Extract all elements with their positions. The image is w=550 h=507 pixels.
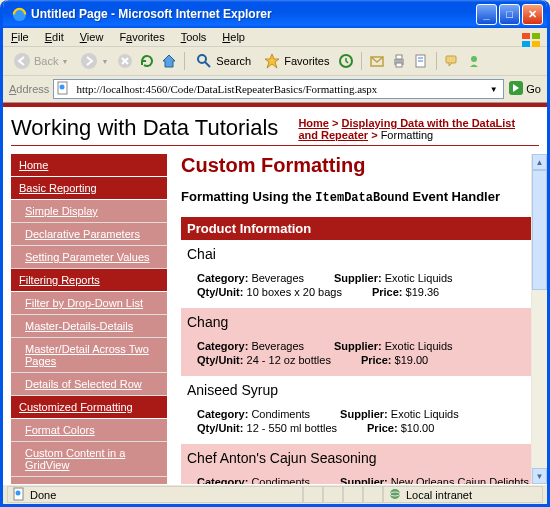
sidebar-link[interactable]: Basic Reporting	[19, 182, 97, 194]
ie-icon	[11, 6, 27, 22]
scroll-up-button[interactable]: ▲	[532, 154, 547, 170]
messenger-icon[interactable]	[465, 52, 483, 70]
qty-value: 24 - 12 oz bottles	[247, 354, 331, 366]
svg-rect-18	[446, 56, 456, 63]
sidebar-item[interactable]: Format Colors	[11, 419, 167, 442]
close-button[interactable]: ✕	[522, 4, 543, 25]
sidebar-item[interactable]: Custom Content in a GridView	[11, 442, 167, 477]
svg-rect-4	[532, 41, 540, 47]
sidebar-link[interactable]: Master/Detail Across Two Pages	[25, 343, 149, 367]
titlebar: Untitled Page - Microsoft Internet Explo…	[3, 0, 547, 28]
maximize-button[interactable]: □	[499, 4, 520, 25]
go-icon	[508, 80, 524, 98]
star-icon	[263, 52, 281, 70]
sidebar-item[interactable]: Declarative Parameters	[11, 223, 167, 246]
sidebar-item[interactable]: Home	[11, 154, 167, 177]
scroll-thumb[interactable]	[532, 170, 547, 290]
supplier-value: New Orleans Cajun Delights	[391, 476, 529, 484]
svg-rect-14	[396, 63, 402, 67]
scroll-down-button[interactable]: ▼	[532, 468, 547, 484]
sidebar-link[interactable]: Filter by Drop-Down List	[25, 297, 143, 309]
url-input[interactable]	[74, 82, 482, 96]
chevron-down-icon: ▼	[101, 58, 108, 65]
sidebar-link[interactable]: Custom Content in a GridView	[25, 447, 125, 471]
qty-label: Qty/Unit:	[197, 422, 243, 434]
vertical-scrollbar[interactable]: ▲ ▼	[531, 154, 547, 484]
breadcrumb-home[interactable]: Home	[298, 117, 329, 129]
product-name: Chang	[187, 314, 537, 330]
svg-rect-2	[532, 33, 540, 39]
address-dropdown[interactable]: ▼	[486, 85, 501, 94]
browser-window: Untitled Page - Microsoft Internet Explo…	[0, 0, 550, 507]
stop-icon[interactable]	[116, 52, 134, 70]
sidebar-item[interactable]: Basic Reporting	[11, 177, 167, 200]
category-value: Condiments	[251, 408, 310, 420]
sidebar-item[interactable]: Filtering Reports	[11, 269, 167, 292]
discuss-icon[interactable]	[443, 52, 461, 70]
mail-icon[interactable]	[368, 52, 386, 70]
category-label: Category:	[197, 340, 248, 352]
menu-favorites[interactable]: Favorites	[117, 30, 166, 44]
sidebar-item[interactable]: Details of Selected Row	[11, 373, 167, 396]
page-header: Working with Data Tutorials Home > Displ…	[3, 107, 547, 145]
menu-edit[interactable]: Edit	[43, 30, 66, 44]
sidebar-link[interactable]: Format Colors	[25, 424, 95, 436]
breadcrumb: Home > Displaying Data with the DataList…	[298, 115, 537, 141]
category-label: Category:	[197, 476, 248, 484]
go-button[interactable]: Go	[508, 80, 541, 98]
sidebar-link[interactable]: Details of Selected Row	[25, 378, 142, 390]
svg-point-5	[14, 53, 30, 69]
product-item: ChangCategory: BeveragesSupplier: Exotic…	[181, 308, 543, 376]
zone-label: Local intranet	[406, 489, 472, 501]
favorites-button[interactable]: Favorites	[259, 50, 333, 72]
sidebar-item[interactable]: Filter by Drop-Down List	[11, 292, 167, 315]
sidebar-item[interactable]: Master-Details-Details	[11, 315, 167, 338]
addressbar: Address ▼ Go	[3, 76, 547, 103]
address-field[interactable]: ▼	[53, 79, 504, 99]
menu-tools[interactable]: Tools	[179, 30, 209, 44]
product-name: Aniseed Syrup	[187, 382, 537, 398]
forward-icon	[80, 52, 98, 70]
menu-view[interactable]: View	[78, 30, 106, 44]
sidebar-link[interactable]: Setting Parameter Values	[25, 251, 150, 263]
history-icon[interactable]	[337, 52, 355, 70]
category-value: Beverages	[251, 272, 304, 284]
sidebar-link[interactable]: Customized Formatting	[19, 401, 133, 413]
price-label: Price:	[367, 422, 398, 434]
price-value: $10.00	[401, 422, 435, 434]
sidebar-link[interactable]: Simple Display	[25, 205, 98, 217]
sidebar-item[interactable]: Simple Display	[11, 200, 167, 223]
search-icon	[195, 52, 213, 70]
refresh-icon[interactable]	[138, 52, 156, 70]
search-button[interactable]: Search	[191, 50, 255, 72]
sidebar-link[interactable]: Declarative Parameters	[25, 228, 140, 240]
product-item: Chef Anton's Cajun SeasoningCategory: Co…	[181, 444, 543, 484]
sidebar-item[interactable]: Setting Parameter Values	[11, 246, 167, 269]
page-icon	[56, 81, 70, 97]
menubar: File Edit View Favorites Tools Help	[3, 28, 547, 47]
svg-rect-1	[522, 33, 530, 39]
category-value: Condiments	[251, 476, 310, 484]
menu-help[interactable]: Help	[220, 30, 247, 44]
minimize-button[interactable]: _	[476, 4, 497, 25]
back-button[interactable]: Back ▼	[9, 50, 72, 72]
sidebar-item[interactable]: Master/Detail Across Two Pages	[11, 338, 167, 373]
chevron-down-icon: ▼	[61, 58, 68, 65]
price-label: Price:	[372, 286, 403, 298]
forward-button[interactable]: ▼	[76, 50, 112, 72]
home-icon[interactable]	[160, 52, 178, 70]
menu-file[interactable]: File	[9, 30, 31, 44]
print-icon[interactable]	[390, 52, 408, 70]
sidebar-item[interactable]: Custom Content in a DetailsView	[11, 477, 167, 484]
sidebar-link[interactable]: Home	[19, 159, 48, 171]
supplier-label: Supplier:	[334, 272, 382, 284]
edit-icon[interactable]	[412, 52, 430, 70]
svg-rect-13	[396, 55, 402, 59]
sidebar-link[interactable]: Filtering Reports	[19, 274, 100, 286]
status-pane: Done	[7, 486, 303, 503]
sidebar-link[interactable]: Master-Details-Details	[25, 320, 133, 332]
svg-point-8	[198, 55, 206, 63]
toolbar: Back ▼ ▼ Search Favorites	[3, 47, 547, 76]
subheading: Formatting Using the ItemDataBound Event…	[181, 189, 543, 205]
sidebar-item[interactable]: Customized Formatting	[11, 396, 167, 419]
